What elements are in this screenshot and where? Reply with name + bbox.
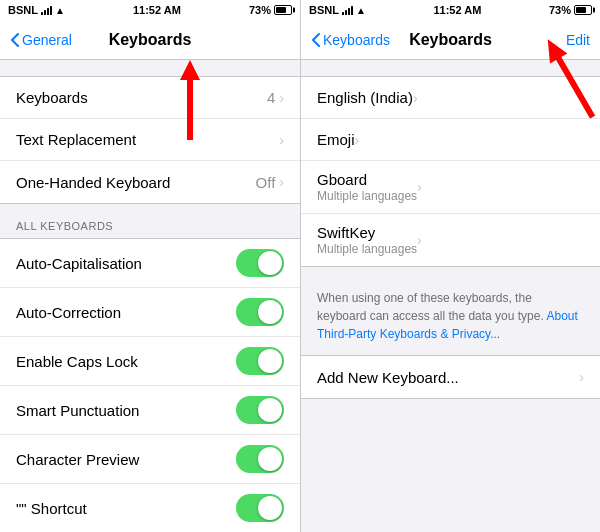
battery-percent-2: 73% (549, 4, 571, 16)
signal-bar-4 (50, 6, 52, 15)
emoji-chevron: › (355, 132, 360, 148)
back-chevron-icon (10, 32, 20, 48)
keyboards-label: Keyboards (16, 89, 267, 106)
auto-cap-label: Auto-Capitalisation (16, 255, 236, 272)
emoji-label: Emoji (317, 131, 355, 148)
edit-button[interactable]: Edit (566, 32, 590, 48)
english-india-row[interactable]: English (India) › (301, 77, 600, 119)
auto-correct-row[interactable]: Auto-Correction (0, 288, 300, 337)
back-button[interactable]: General (10, 32, 72, 48)
content-left: Keyboards 4 › Text Replacement › One-Han… (0, 60, 300, 532)
status-right-2: 73% (549, 4, 592, 16)
one-handed-row[interactable]: One-Handed Keyboard Off › (0, 161, 300, 203)
battery-icon (274, 5, 292, 15)
battery-fill (276, 7, 286, 13)
char-preview-row[interactable]: Character Preview (0, 435, 300, 484)
status-left: BSNL ▲ (8, 4, 65, 16)
time-display-2: 11:52 AM (433, 4, 481, 16)
carrier-text-2: BSNL (309, 4, 339, 16)
gboard-sublabel: Multiple languages (317, 189, 417, 203)
battery-container (274, 5, 292, 15)
shortcut-toggle[interactable] (236, 494, 284, 522)
smart-punct-toggle[interactable] (236, 396, 284, 424)
toggle-knob-6 (258, 496, 282, 520)
battery-container-2 (574, 5, 592, 15)
text-replacement-row[interactable]: Text Replacement › (0, 119, 300, 161)
screen-left: BSNL ▲ 11:52 AM 73% General (0, 0, 300, 532)
english-india-chevron: › (413, 90, 418, 106)
toggle-knob-5 (258, 447, 282, 471)
swiftkey-item: SwiftKey Multiple languages (317, 224, 417, 256)
battery-percent: 73% (249, 4, 271, 16)
wifi-icon-2: ▲ (356, 5, 366, 16)
all-keyboards-label: ALL KEYBOARDS (0, 220, 300, 238)
gboard-row[interactable]: Gboard Multiple languages › (301, 161, 600, 214)
signal-bars (41, 5, 52, 15)
time-display: 11:52 AM (133, 4, 181, 16)
smart-punct-row[interactable]: Smart Punctuation (0, 386, 300, 435)
one-handed-value: Off (256, 174, 276, 191)
char-preview-label: Character Preview (16, 451, 236, 468)
text-replacement-chevron: › (279, 132, 284, 148)
privacy-note: When using one of these keyboards, the k… (301, 283, 600, 355)
emoji-row[interactable]: Emoji › (301, 119, 600, 161)
smart-punct-label: Smart Punctuation (16, 402, 236, 419)
add-keyboard-row[interactable]: Add New Keyboard... › (301, 356, 600, 398)
nav-title-left: Keyboards (109, 31, 192, 49)
caps-lock-label: Enable Caps Lock (16, 353, 236, 370)
toggle-knob (258, 251, 282, 275)
signal-bar-r2 (345, 10, 347, 15)
swiftkey-chevron: › (417, 232, 422, 248)
toggle-knob-2 (258, 300, 282, 324)
signal-bar-1 (41, 12, 43, 15)
nav-title-right: Keyboards (409, 31, 492, 49)
back-label: General (22, 32, 72, 48)
keyboard-list-group: English (India) › Emoji › Gboard Multipl… (301, 76, 600, 267)
status-left-2: BSNL ▲ (309, 4, 366, 16)
signal-bars-2 (342, 5, 353, 15)
one-handed-chevron: › (279, 174, 284, 190)
auto-cap-toggle[interactable] (236, 249, 284, 277)
back-label-2: Keyboards (323, 32, 390, 48)
english-india-label: English (India) (317, 89, 413, 106)
auto-correct-label: Auto-Correction (16, 304, 236, 321)
caps-lock-row[interactable]: Enable Caps Lock (0, 337, 300, 386)
gboard-item: Gboard Multiple languages (317, 171, 417, 203)
signal-bar-r1 (342, 12, 344, 15)
battery-icon-2 (574, 5, 592, 15)
battery-fill-2 (576, 7, 586, 13)
signal-bar-r3 (348, 8, 350, 15)
swiftkey-label: SwiftKey (317, 224, 417, 241)
keyboards-row[interactable]: Keyboards 4 › (0, 77, 300, 119)
add-keyboard-group: Add New Keyboard... › (301, 355, 600, 399)
all-keyboards-group: Auto-Capitalisation Auto-Correction Enab… (0, 238, 300, 532)
signal-bar-3 (47, 8, 49, 15)
back-chevron-icon-2 (311, 32, 321, 48)
text-replacement-label: Text Replacement (16, 131, 279, 148)
gboard-label: Gboard (317, 171, 417, 188)
status-right: 73% (249, 4, 292, 16)
shortcut-row[interactable]: "" Shortcut (0, 484, 300, 532)
keyboards-value: 4 (267, 89, 275, 106)
keyboards-chevron: › (279, 90, 284, 106)
add-keyboard-label: Add New Keyboard... (317, 369, 579, 386)
carrier-text: BSNL (8, 4, 38, 16)
char-preview-toggle[interactable] (236, 445, 284, 473)
back-button-2[interactable]: Keyboards (311, 32, 390, 48)
auto-correct-toggle[interactable] (236, 298, 284, 326)
content-right: English (India) › Emoji › Gboard Multipl… (301, 60, 600, 532)
swiftkey-row[interactable]: SwiftKey Multiple languages › (301, 214, 600, 266)
nav-bar-left: General Keyboards (0, 20, 300, 60)
add-keyboard-chevron: › (579, 369, 584, 385)
english-india-item: English (India) (317, 89, 413, 106)
nav-bar-right: Keyboards Keyboards Edit (301, 20, 600, 60)
main-settings-group: Keyboards 4 › Text Replacement › One-Han… (0, 76, 300, 204)
toggle-knob-4 (258, 398, 282, 422)
shortcut-label: "" Shortcut (16, 500, 236, 517)
auto-cap-row[interactable]: Auto-Capitalisation (0, 239, 300, 288)
caps-lock-toggle[interactable] (236, 347, 284, 375)
signal-bar-r4 (351, 6, 353, 15)
swiftkey-sublabel: Multiple languages (317, 242, 417, 256)
wifi-icon: ▲ (55, 5, 65, 16)
screen-right: BSNL ▲ 11:52 AM 73% Keyboards (300, 0, 600, 532)
